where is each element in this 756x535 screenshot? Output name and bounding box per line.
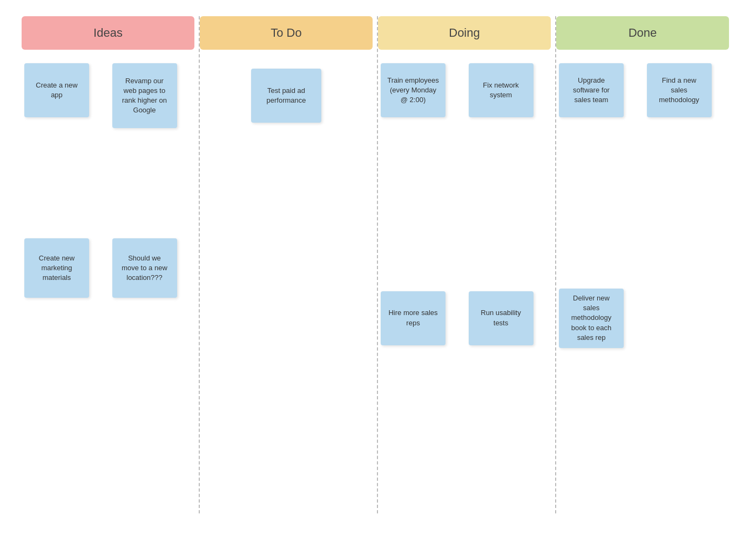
column-body-todo: Test paid ad performance [200, 61, 378, 513]
card-done-3[interactable]: Deliver new sales methodology book to ea… [559, 289, 624, 348]
column-header-ideas: Ideas [22, 16, 194, 50]
column-doing: Doing Train employees (every Monday @ 2:… [378, 16, 556, 513]
card-idea-2[interactable]: Revamp our web pages to rank higher on G… [112, 63, 177, 128]
column-header-doing: Doing [378, 16, 551, 50]
column-header-done: Done [556, 16, 729, 50]
card-doing-1[interactable]: Train employees (every Monday @ 2:00) [381, 63, 446, 117]
column-done: Done Upgrade software for sales team Fin… [556, 16, 734, 513]
column-todo: To Do Test paid ad performance [200, 16, 378, 513]
column-header-todo: To Do [200, 16, 373, 50]
card-idea-1[interactable]: Create a new app [24, 63, 89, 117]
column-body-done: Upgrade software for sales team Find a n… [556, 61, 734, 513]
column-ideas: Ideas Create a new app Revamp our web pa… [22, 16, 200, 513]
column-body-doing: Train employees (every Monday @ 2:00) Fi… [378, 61, 556, 513]
card-done-2[interactable]: Find a new sales methodology [647, 63, 712, 117]
card-idea-4[interactable]: Should we move to a new location??? [112, 238, 177, 298]
card-done-1[interactable]: Upgrade software for sales team [559, 63, 624, 117]
kanban-board: Ideas Create a new app Revamp our web pa… [22, 16, 734, 513]
card-idea-3[interactable]: Create new marketing materials [24, 238, 89, 298]
card-doing-3[interactable]: Hire more sales reps [381, 291, 446, 345]
card-doing-4[interactable]: Run usability tests [469, 291, 534, 345]
card-todo-1[interactable]: Test paid ad performance [251, 69, 321, 123]
card-doing-2[interactable]: Fix network system [469, 63, 534, 117]
column-body-ideas: Create a new app Revamp our web pages to… [22, 61, 200, 513]
